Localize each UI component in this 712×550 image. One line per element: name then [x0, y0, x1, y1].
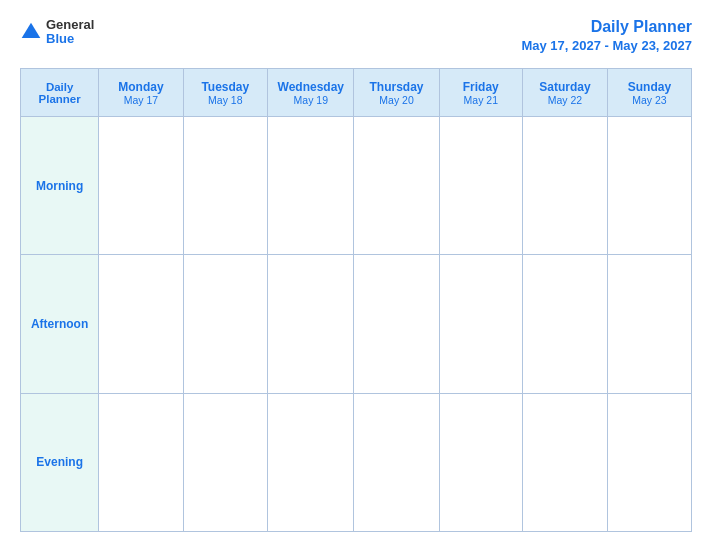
cell-evening-monday[interactable]: [99, 393, 183, 531]
day-date: May 23: [610, 94, 689, 106]
cell-afternoon-tuesday[interactable]: [183, 255, 268, 393]
cell-evening-saturday[interactable]: [522, 393, 607, 531]
row-label-evening: Evening: [21, 393, 99, 531]
cell-afternoon-monday[interactable]: [99, 255, 183, 393]
day-date: May 21: [442, 94, 520, 106]
cell-evening-thursday[interactable]: [354, 393, 439, 531]
table-header-thursday: ThursdayMay 20: [354, 69, 439, 117]
cell-morning-thursday[interactable]: [354, 117, 439, 255]
day-name: Thursday: [356, 80, 436, 94]
day-date: May 18: [186, 94, 266, 106]
cell-afternoon-wednesday[interactable]: [268, 255, 354, 393]
table-header-saturday: SaturdayMay 22: [522, 69, 607, 117]
day-name: Saturday: [525, 80, 605, 94]
logo-blue: Blue: [46, 32, 94, 46]
logo-text: General Blue: [46, 18, 94, 47]
table-header-label: Daily Planner: [21, 69, 99, 117]
table-header-monday: MondayMay 17: [99, 69, 183, 117]
cell-evening-wednesday[interactable]: [268, 393, 354, 531]
cell-evening-friday[interactable]: [439, 393, 522, 531]
cell-morning-saturday[interactable]: [522, 117, 607, 255]
table-row: Evening: [21, 393, 692, 531]
page-header: General Blue Daily Planner May 17, 2027 …: [20, 18, 692, 54]
table-row: Afternoon: [21, 255, 692, 393]
page-title: Daily Planner: [591, 18, 692, 35]
day-name: Friday: [442, 80, 520, 94]
cell-afternoon-thursday[interactable]: [354, 255, 439, 393]
cell-morning-friday[interactable]: [439, 117, 522, 255]
day-name: Monday: [101, 80, 180, 94]
cell-afternoon-friday[interactable]: [439, 255, 522, 393]
table-header-sunday: SundayMay 23: [607, 69, 691, 117]
day-name: Wednesday: [270, 80, 351, 94]
generalblue-logo-icon: [20, 21, 42, 43]
logo-general: General: [46, 18, 94, 32]
cell-afternoon-sunday[interactable]: [607, 255, 691, 393]
svg-marker-0: [22, 23, 41, 38]
cell-afternoon-saturday[interactable]: [522, 255, 607, 393]
title-block: Daily Planner May 17, 2027 - May 23, 202…: [521, 18, 692, 54]
table-header-tuesday: TuesdayMay 18: [183, 69, 268, 117]
table-header-wednesday: WednesdayMay 19: [268, 69, 354, 117]
row-label-morning: Morning: [21, 117, 99, 255]
day-name: Sunday: [610, 80, 689, 94]
cell-morning-wednesday[interactable]: [268, 117, 354, 255]
planner-table: Daily Planner MondayMay 17TuesdayMay 18W…: [20, 68, 692, 532]
table-row: Morning: [21, 117, 692, 255]
cell-evening-tuesday[interactable]: [183, 393, 268, 531]
logo: General Blue: [20, 18, 94, 47]
row-label-afternoon: Afternoon: [21, 255, 99, 393]
day-date: May 20: [356, 94, 436, 106]
day-date: May 17: [101, 94, 180, 106]
day-date: May 22: [525, 94, 605, 106]
cell-morning-monday[interactable]: [99, 117, 183, 255]
cell-evening-sunday[interactable]: [607, 393, 691, 531]
day-name: Tuesday: [186, 80, 266, 94]
table-header-friday: FridayMay 21: [439, 69, 522, 117]
date-range: May 17, 2027 - May 23, 2027: [521, 38, 692, 53]
cell-morning-sunday[interactable]: [607, 117, 691, 255]
day-date: May 19: [270, 94, 351, 106]
label-line2: Planner: [23, 93, 96, 105]
cell-morning-tuesday[interactable]: [183, 117, 268, 255]
label-line1: Daily: [23, 81, 96, 93]
